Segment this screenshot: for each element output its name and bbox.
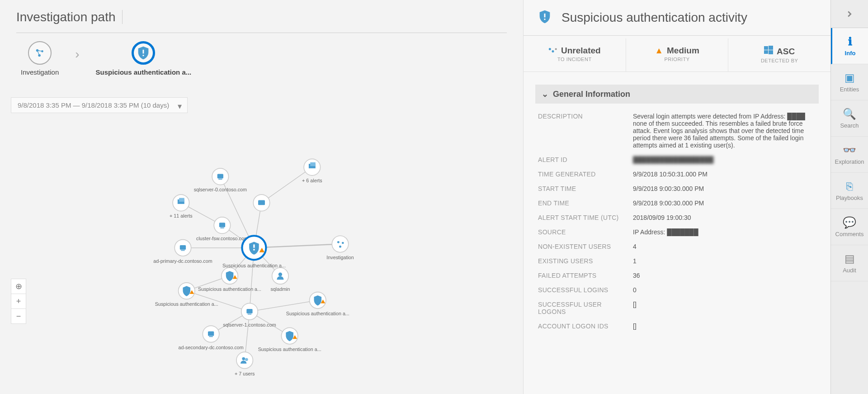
svg-point-73 [236,352,253,368]
svg-point-50 [337,241,340,243]
graph-node-investigation[interactable]: Investigation [326,236,354,260]
graph-node-alerts[interactable]: + 11 alerts [170,195,193,218]
chevron-right-icon: › [75,47,79,62]
graph-node-host[interactable]: cluster-fsw.contoso.com [196,217,248,241]
meta-detected-by[interactable]: ASC DETECTED BY [728,38,830,71]
entities-icon: ▣ [844,71,855,84]
side-tabs: ℹ Info ▣ Entities 🔍 Search 👓 Exploration… [831,0,868,394]
playbook-icon: ⎘ [846,180,853,193]
svg-rect-82 [764,46,768,50]
svg-text:Investigation: Investigation [326,255,354,260]
svg-text:Suspicious authentication a...: Suspicious authentication a... [198,286,261,292]
graph-node-host[interactable]: sqlserver-0.contoso.com [194,168,247,192]
svg-rect-39 [220,228,224,228]
svg-text:sqlserver-0.contoso.com: sqlserver-0.contoso.com [194,187,247,192]
details-title: Suspicious authentication activity [561,10,747,25]
value-end-time: 9/9/2018 9:00:30.000 PM [633,199,817,207]
label-alert-id: ALERT ID [538,156,628,163]
tab-comments[interactable]: 💬 Comments [831,209,868,245]
svg-rect-46 [253,244,255,247]
label-failed-attempts: FAILED ATTEMPTS [538,272,628,279]
value-successful-logins: 0 [633,286,817,294]
graph-controls: ⊕ + − [11,279,26,324]
svg-rect-62 [246,309,252,313]
svg-rect-38 [219,223,225,227]
collapse-button[interactable] [831,0,868,28]
investigation-panel: Investigation path Investigation › Suspi… [0,0,524,394]
tab-playbooks[interactable]: ⎘ Playbooks [831,173,868,209]
label-successful-logins: SUCCESSFUL LOGINS [538,286,628,294]
graph-node-host[interactable]: ad-primary-dc.contoso.com [153,240,212,264]
svg-line-9 [262,167,312,203]
svg-text:+ 6 alerts: + 6 alerts [302,178,322,183]
graph-node-host[interactable]: sqlserver-1.contoso.com [223,303,276,327]
svg-text:Suspicious authentication a...: Suspicious authentication a... [258,347,321,352]
meta-incident[interactable]: Unrelated TO INCIDENT [524,38,626,71]
svg-rect-25 [218,179,222,180]
tab-entities[interactable]: ▣ Entities [831,64,868,100]
label-start-time: START TIME [538,185,628,192]
svg-line-4 [38,51,40,56]
tab-info[interactable]: ℹ Info [831,28,868,64]
graph-node-alerts[interactable]: + 6 alerts [302,159,322,183]
svg-rect-24 [217,174,223,179]
label-alert-start-utc: ALERT START TIME (UTC) [538,214,628,221]
comment-icon: 💬 [843,216,856,229]
windows-icon [764,46,773,57]
meta-row: Unrelated TO INCIDENT ▲ Medium PRIORITY … [524,38,830,72]
svg-point-80 [552,50,554,52]
svg-text:ad-primary-dc.contoso.com: ad-primary-dc.contoso.com [153,258,212,264]
label-nonexistent-users: NON-EXISTENT USERS [538,243,628,250]
value-existing-users: 1 [633,257,817,265]
label-description: DESCRIPTION [538,113,628,149]
svg-text:sqlserver-1.contoso.com: sqlserver-1.contoso.com [223,322,276,328]
svg-rect-6 [143,55,144,56]
tab-search[interactable]: 🔍 Search [831,100,868,137]
shield-alert-icon [132,41,155,65]
section-general-info[interactable]: ⌄ General Information [535,85,819,104]
zoom-out-button[interactable]: − [11,309,26,324]
value-source: IP Address: ███████ [633,228,817,236]
graph-node-alert[interactable]: Suspicious authentication a... [258,328,321,351]
graph-node-folder[interactable] [253,195,269,211]
svg-text:+ 7 users: + 7 users [235,371,255,376]
label-end-time: END TIME [538,199,628,207]
svg-point-52 [339,246,341,248]
locate-button[interactable]: ⊕ [11,279,26,294]
zoom-in-button[interactable]: + [11,294,26,309]
svg-rect-83 [769,46,773,50]
audit-icon: ▤ [844,252,855,265]
graph-node-host[interactable]: ad-secondary-dc.contoso.com [179,326,244,350]
svg-rect-63 [248,314,251,315]
label-source: SOURCE [538,228,628,236]
warning-icon: ▲ [655,46,663,56]
graph-node-users[interactable]: + 7 users [235,352,255,376]
graph-icon [28,41,52,65]
tab-audit[interactable]: ▤ Audit [831,245,868,281]
label-account-logon-ids: ACCOUNT LOGON IDS [538,323,628,330]
investigation-graph[interactable]: sqlserver-0.contoso.com + 6 alerts + 11 … [0,68,523,394]
svg-point-49 [332,236,348,252]
shield-icon [537,9,552,26]
svg-point-81 [555,48,557,50]
meta-priority[interactable]: ▲ Medium PRIORITY [626,38,729,71]
graph-node-user[interactable]: sqladmin [270,268,290,292]
svg-rect-29 [310,162,316,166]
value-description: Several login attempts were detected fro… [633,113,817,149]
page-title: Investigation path [16,10,123,24]
value-failed-attempts: 36 [633,272,817,279]
svg-point-57 [278,272,282,276]
svg-text:cluster-fsw.contoso.com: cluster-fsw.contoso.com [196,236,248,241]
svg-point-51 [342,242,344,244]
tab-exploration[interactable]: 👓 Exploration [831,137,868,173]
svg-point-79 [549,48,551,50]
svg-rect-35 [179,198,184,202]
svg-line-13 [254,244,340,248]
svg-rect-84 [764,50,768,54]
search-icon: 🔍 [843,108,856,120]
value-nonexistent-users: 4 [633,243,817,250]
svg-rect-77 [544,14,546,17]
svg-rect-32 [258,200,265,205]
label-existing-users: EXISTING USERS [538,257,628,265]
label-time-generated: TIME GENERATED [538,171,628,178]
